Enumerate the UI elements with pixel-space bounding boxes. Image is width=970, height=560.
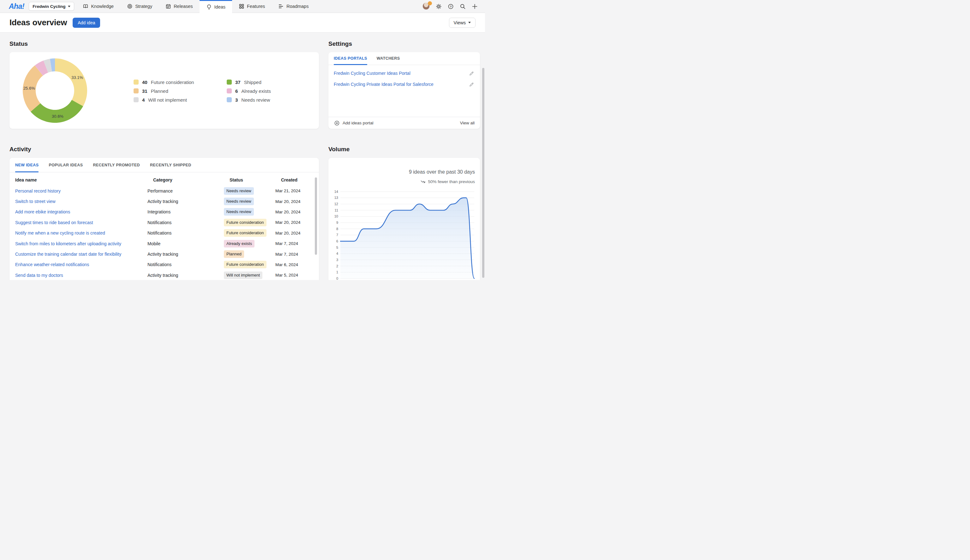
idea-link[interactable]: Suggest times to ride based on forecast xyxy=(15,220,93,225)
tab-popular-ideas[interactable]: POPULAR IDEAS xyxy=(48,158,83,172)
legend-item-future-consideration: 40Future consideration xyxy=(133,80,227,85)
tab-ideas-portals[interactable]: IDEAS PORTALS xyxy=(334,52,367,65)
volume-card: 01234567891011121314 9 ideas over the pa… xyxy=(328,158,480,280)
nav-item-label: Roadmaps xyxy=(287,4,308,9)
nav-item-features[interactable]: Features xyxy=(232,0,272,13)
svg-text:?: ? xyxy=(450,4,452,8)
volume-area-chart[interactable]: 01234567891011121314 xyxy=(328,158,480,280)
status-donut-chart[interactable]: 33.1%30.6%25.6% xyxy=(23,58,87,123)
table-row: Add more ebike integrationsIntegrationsN… xyxy=(10,207,315,217)
idea-link[interactable]: Personal record history xyxy=(15,188,61,193)
status-badge: Will not implement xyxy=(224,272,262,279)
settings-card: IDEAS PORTALSWATCHERS Fredwin Cycling Cu… xyxy=(328,52,480,129)
column-header-status: Status xyxy=(230,177,243,182)
legend-label: Shipped xyxy=(244,80,262,85)
views-button[interactable]: Views xyxy=(449,18,475,28)
nav-item-roadmaps[interactable]: Roadmaps xyxy=(272,0,315,13)
add-button[interactable] xyxy=(470,2,479,10)
idea-created-date: Mar 6, 2024 xyxy=(275,262,315,267)
settings-gear-icon xyxy=(436,3,442,10)
idea-created-date: Mar 20, 2024 xyxy=(275,231,315,235)
nav-item-label: Releases xyxy=(174,4,193,9)
user-avatar[interactable] xyxy=(422,3,431,10)
aha-logo[interactable]: Aha! xyxy=(0,0,29,13)
calendar-icon xyxy=(165,3,171,9)
add-ideas-portal-button[interactable]: Add ideas portal xyxy=(334,120,373,126)
idea-link[interactable]: Notify me when a new cycling route is cr… xyxy=(15,230,105,235)
portal-link[interactable]: Fredwin Cycling Private Ideas Portal for… xyxy=(334,82,433,87)
status-badge: Needs review xyxy=(224,198,254,205)
tab-recently-shipped[interactable]: RECENTLY SHIPPED xyxy=(150,158,192,172)
tab-watchers[interactable]: WATCHERS xyxy=(377,52,400,65)
project-selector[interactable]: Fredwin Cycling xyxy=(29,2,74,11)
idea-category: Performance xyxy=(147,188,224,193)
edit-pencil-icon[interactable] xyxy=(468,70,475,77)
nav-item-ideas[interactable]: Ideas xyxy=(200,0,232,13)
volume-subtitle-text: 50% fewer than previous xyxy=(428,179,475,184)
idea-link[interactable]: Switch to street view xyxy=(15,199,55,204)
status-badge: Needs review xyxy=(224,208,254,216)
portal-link[interactable]: Fredwin Cycling Customer Ideas Portal xyxy=(334,71,410,76)
y-axis-tick-label: 8 xyxy=(336,227,338,231)
tab-recently-promoted[interactable]: RECENTLY PROMOTED xyxy=(93,158,140,172)
ideas-table-body: Personal record historyPerformanceNeeds … xyxy=(10,186,315,280)
legend-count: 40 xyxy=(142,80,147,85)
table-scrollbar[interactable] xyxy=(315,177,317,255)
status-badge: Needs review xyxy=(224,187,254,195)
activity-heading: Activity xyxy=(10,146,31,153)
donut-segment-future-consideration[interactable] xyxy=(55,58,87,106)
nav-actions: ? xyxy=(422,0,485,13)
add-idea-button[interactable]: Add idea xyxy=(73,18,100,28)
legend-label: Planned xyxy=(151,88,168,94)
table-row: Switch to street viewActivity trackingNe… xyxy=(10,196,315,207)
y-axis-tick-label: 13 xyxy=(334,196,338,200)
nav-item-knowledge[interactable]: Knowledge xyxy=(76,0,120,13)
idea-link[interactable]: Enhance weather-related notifications xyxy=(15,262,89,267)
legend-swatch xyxy=(133,88,138,93)
y-axis-tick-label: 11 xyxy=(335,208,338,212)
tab-new-ideas[interactable]: NEW IDEAS xyxy=(15,158,38,172)
legend-count: 31 xyxy=(142,88,147,94)
legend-swatch xyxy=(227,80,232,85)
settings-heading: Settings xyxy=(328,40,352,47)
help-button[interactable]: ? xyxy=(447,2,455,10)
y-axis-tick-label: 14 xyxy=(334,190,338,193)
search-button[interactable] xyxy=(458,2,467,10)
grid-icon xyxy=(239,3,244,9)
idea-category: Integrations xyxy=(147,209,224,214)
chevron-down-icon xyxy=(68,6,70,7)
legend-item-shipped: 37Shipped xyxy=(227,80,320,85)
table-row: Personal record historyPerformanceNeeds … xyxy=(10,186,315,196)
idea-link[interactable]: Switch from miles to kilometers after up… xyxy=(15,241,121,246)
settings-gear-button[interactable] xyxy=(435,2,443,10)
idea-category: Notifications xyxy=(147,220,224,225)
volume-chart-title: 9 ideas over the past 30 days xyxy=(409,169,475,175)
nav-item-strategy[interactable]: Strategy xyxy=(120,0,159,13)
idea-created-date: Mar 21, 2024 xyxy=(275,188,315,193)
y-axis-tick-label: 10 xyxy=(334,214,338,218)
view-all-link[interactable]: View all xyxy=(460,121,475,125)
notification-dot xyxy=(428,1,432,5)
status-badge: Future consideration xyxy=(224,261,267,268)
idea-link[interactable]: Customize the training calendar start da… xyxy=(15,252,121,257)
y-axis-tick-label: 5 xyxy=(336,246,338,249)
legend-label: Will not implement xyxy=(148,97,187,103)
donut-percent-label: 25.6% xyxy=(23,86,35,91)
column-header-created: Created xyxy=(281,177,297,182)
nav-item-releases[interactable]: Releases xyxy=(159,0,199,13)
idea-link[interactable]: Add more ebike integrations xyxy=(15,209,70,214)
status-card: 33.1%30.6%25.6% 40Future consideration31… xyxy=(10,52,319,129)
y-axis-tick-label: 12 xyxy=(334,202,338,206)
column-header-category: Category xyxy=(153,177,172,182)
page-scrollbar[interactable] xyxy=(482,68,484,278)
legend-item-planned: 31Planned xyxy=(133,88,227,94)
legend-swatch xyxy=(133,80,138,85)
legend-count: 6 xyxy=(235,88,238,94)
add-icon xyxy=(472,3,478,10)
idea-link[interactable]: Send data to my doctors xyxy=(15,273,63,278)
y-axis-tick-label: 9 xyxy=(336,221,338,225)
table-row: Switch from miles to kilometers after up… xyxy=(10,238,315,249)
idea-category: Activity tracking xyxy=(147,252,224,257)
edit-pencil-icon[interactable] xyxy=(468,81,475,87)
idea-category: Notifications xyxy=(147,262,224,267)
